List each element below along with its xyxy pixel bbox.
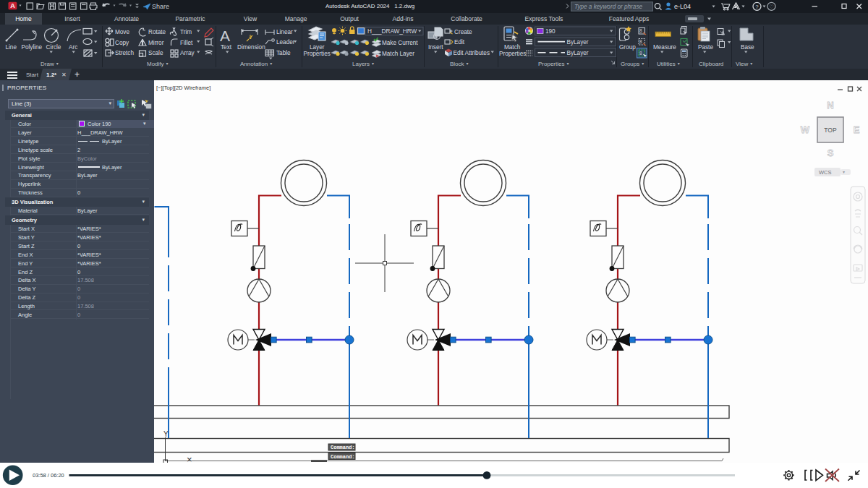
svg-text:Move: Move xyxy=(115,29,129,35)
svg-text:×: × xyxy=(187,454,192,463)
svg-text:Copy: Copy xyxy=(115,40,129,46)
svg-text:8: 8 xyxy=(639,28,642,33)
svg-text:Edit Attributes: Edit Attributes xyxy=(454,50,490,56)
svg-text:Properties: Properties xyxy=(499,51,526,57)
svg-text:Group: Group xyxy=(619,44,636,51)
svg-text:E: E xyxy=(854,124,860,135)
svg-text:Paste: Paste xyxy=(698,44,713,51)
svg-text:Type a keyword or phrase: Type a keyword or phrase xyxy=(574,4,642,10)
svg-text:Properties: Properties xyxy=(304,51,331,57)
svg-text:Share: Share xyxy=(152,3,169,10)
svg-text:Create: Create xyxy=(454,29,472,35)
svg-text:Line: Line xyxy=(6,44,17,51)
svg-text:Layer: Layer xyxy=(310,44,325,51)
svg-text:Fillet: Fillet xyxy=(180,40,193,46)
svg-text:Y: Y xyxy=(163,430,169,438)
svg-text:?: ? xyxy=(755,4,759,10)
svg-text:▾: ▾ xyxy=(843,170,845,174)
svg-text:W: W xyxy=(801,124,810,135)
svg-text:TOP: TOP xyxy=(824,127,837,134)
svg-text:8: 8 xyxy=(639,39,642,44)
svg-text:H___DRAW_HRW: H___DRAW_HRW xyxy=(367,28,417,35)
svg-text:Mirror: Mirror xyxy=(148,40,164,46)
svg-text:ByLayer: ByLayer xyxy=(567,39,589,46)
svg-text:A: A xyxy=(10,2,15,9)
svg-text:Command:: Command: xyxy=(331,454,355,460)
svg-text:190: 190 xyxy=(545,28,556,35)
svg-text:Stretch: Stretch xyxy=(115,50,134,56)
svg-text:Leader: Leader xyxy=(276,39,295,46)
svg-text:ByLayer: ByLayer xyxy=(567,50,589,56)
svg-text:e-L04: e-L04 xyxy=(674,3,691,10)
svg-text:Array: Array xyxy=(180,50,195,56)
svg-text:♡: ♡ xyxy=(769,4,774,10)
svg-text:Polyline: Polyline xyxy=(22,44,43,51)
svg-text:Insert: Insert xyxy=(428,44,443,51)
svg-text:Trim: Trim xyxy=(180,29,192,35)
svg-text:Command:: Command: xyxy=(331,445,355,450)
svg-text:Arc: Arc xyxy=(69,44,77,51)
svg-text:WCS: WCS xyxy=(819,169,832,176)
svg-text:Text: Text xyxy=(221,44,232,51)
svg-text:Edit: Edit xyxy=(454,39,465,46)
svg-text:Make Current: Make Current xyxy=(382,40,418,46)
svg-text:Scale: Scale xyxy=(148,50,163,56)
svg-text:N: N xyxy=(827,100,833,111)
svg-text:03:58 / 06:20: 03:58 / 06:20 xyxy=(33,472,64,479)
svg-text:Base: Base xyxy=(741,44,754,51)
svg-text:A: A xyxy=(220,27,230,44)
svg-text:Rotate: Rotate xyxy=(148,29,166,35)
svg-text:Dimension: Dimension xyxy=(237,44,265,51)
svg-text:Measure: Measure xyxy=(653,44,676,51)
svg-text:8: 8 xyxy=(639,51,642,56)
svg-text:Match: Match xyxy=(504,44,521,51)
svg-text:S: S xyxy=(827,147,834,158)
svg-text:Linear: Linear xyxy=(276,29,293,35)
svg-text:Match Layer: Match Layer xyxy=(382,51,414,57)
svg-text:Table: Table xyxy=(276,50,291,56)
svg-text:Circle: Circle xyxy=(46,44,61,51)
svg-text:[−][Top][2D Wireframe]: [−][Top][2D Wireframe] xyxy=(156,85,210,91)
